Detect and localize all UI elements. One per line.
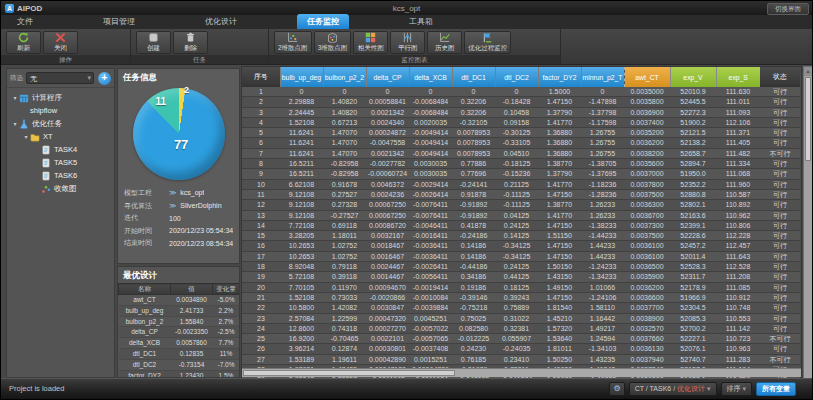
table-row[interactable]: 106.621080.916780.0046372-0.0029414-0.24…: [242, 179, 800, 189]
table-row[interactable]: 1710.26531.027520.0016467-0.00364110.141…: [242, 251, 800, 261]
column-header-序号[interactable]: 序号: [242, 67, 280, 87]
table-row[interactable]: 232.570841.225990.000473200.00452510.750…: [242, 313, 800, 323]
tree-item-TASK4[interactable]: TASK4: [7, 143, 114, 156]
tree-item-收敛图[interactable]: 收敛图: [7, 182, 114, 195]
breadcrumb-button[interactable]: CT / TASK6 / 优化设计 ▾: [629, 382, 717, 396]
variable-name-link[interactable]: dtl_DC2: [119, 359, 171, 370]
tree-item-计算程序[interactable]: ▾计算程序: [7, 91, 114, 104]
table-row[interactable]: 916.5211-0.82958-0.000607240.00300350.77…: [242, 169, 800, 179]
table-row[interactable]: 2516.9200-0.704650.0022101-0.0057065-0.0…: [242, 334, 800, 344]
删除-button[interactable]: 删除: [173, 31, 208, 54]
table-row[interactable]: 147.721080.691180.00086720-0.00464110.41…: [242, 220, 800, 230]
column-header-bulb_up_deg[interactable]: bulb_up_deg: [280, 67, 323, 87]
variable-name-link[interactable]: factor_DY2: [119, 370, 171, 378]
optimal-col-header[interactable]: 名称: [119, 284, 171, 295]
table-row[interactable]: 207.701050.119700.00094670-0.00194140.19…: [242, 282, 800, 292]
optimal-row[interactable]: delta_CP-0.0023350-2.5%: [119, 327, 240, 338]
table-row[interactable]: 1610.26531.027520.0018467-0.00364110.141…: [242, 241, 800, 251]
平行图-button[interactable]: 平行图: [390, 31, 425, 54]
table-row[interactable]: 188.920480.791180.0024467-0.0026411-0.44…: [242, 262, 800, 272]
variable-name-link[interactable]: awt_CT: [119, 295, 171, 306]
table-row[interactable]: 32.244451.408200.0021342-0.00684840.3220…: [242, 107, 800, 117]
tree-item-XT[interactable]: ▾XT: [7, 130, 114, 143]
tab-3[interactable]: 任务监控: [297, 14, 349, 29]
tab-2[interactable]: 优化设计: [195, 14, 247, 29]
vertical-scrollbar[interactable]: ▲ ▼: [803, 66, 813, 391]
tab-1[interactable]: 项目管理: [93, 14, 145, 29]
table-row[interactable]: 129.121080.273280.00067250-0.0076411-0.9…: [242, 200, 800, 210]
column-header-minrun_p2_T[interactable]: minrun_p2_T: [581, 67, 624, 87]
variable-name-link[interactable]: delta_CP: [119, 327, 171, 338]
column-header-exp_S[interactable]: exp_S: [716, 67, 760, 87]
table-row[interactable]: 139.12108-0.275270.00067250-0.0076411-0.…: [242, 210, 800, 220]
table-row[interactable]: 263.962140.128740.00030801-0.00374080.24…: [242, 344, 800, 354]
variable-name-link[interactable]: dtl_DC1: [119, 348, 171, 359]
table-row[interactable]: 2210.58001.420820.0030847-0.0039884-0.75…: [242, 303, 800, 313]
column-header-delta_CP[interactable]: delta_CP: [366, 67, 409, 87]
3维散点图-button[interactable]: 3维散点图: [314, 31, 352, 54]
table-row[interactable]: 10000001.500000.003500052010.9111.630可行: [242, 87, 800, 97]
相关性图-button[interactable]: 相关性图: [353, 31, 388, 54]
table-row[interactable]: 611.62411.47070-0.0047558-0.00494140.007…: [242, 138, 800, 148]
table-row[interactable]: 211.521080.73033-0.0020866-0.0010084-0.3…: [242, 292, 800, 302]
optimal-row[interactable]: bulb_up_deg2.417332.2%: [119, 305, 240, 316]
table-row[interactable]: 153.282051.180110.0032167-0.0016411-0.24…: [242, 231, 800, 241]
variable-name-link[interactable]: bulb_up_deg: [119, 305, 171, 316]
expand-arrow-icon[interactable]: ▾: [11, 120, 19, 127]
optimal-row[interactable]: awt_CT0.0034890-5.0%: [119, 295, 240, 306]
table-row[interactable]: 2412.86000.743180.00027270-0.00570220.08…: [242, 323, 800, 333]
optimal-col-header[interactable]: 变化量: [213, 284, 240, 295]
2维散点图-button[interactable]: 2维散点图: [274, 31, 312, 54]
column-header-delta_XCB[interactable]: delta_XCB: [409, 67, 452, 87]
table-row[interactable]: 511.62411.470700.00024872-0.00494140.007…: [242, 128, 800, 138]
table-row[interactable]: 711.62411.470700.0021342-0.00494140.0078…: [242, 148, 800, 158]
table-row[interactable]: 195.721080.391180.0014467-0.00564110.341…: [242, 272, 800, 282]
column-header-bulbon_p2_2[interactable]: bulbon_p2_2: [323, 67, 366, 87]
刷新-button[interactable]: 刷新: [6, 31, 41, 54]
创建-button[interactable]: 创建: [136, 31, 171, 54]
optimal-row[interactable]: dtl_DC10.1283511%: [119, 348, 240, 359]
optimal-col-header[interactable]: 值: [171, 284, 213, 295]
table-row[interactable]: 41.521080.672130.00243400.0020035-0.3210…: [242, 117, 800, 127]
optimal-row[interactable]: dtl_DC2-0.73154-7.0%: [119, 359, 240, 370]
tree-item-TASK5[interactable]: TASK5: [7, 156, 114, 169]
field-value[interactable]: ≫ kcs_opt: [169, 189, 204, 197]
tab-0[interactable]: 文件: [7, 14, 43, 29]
table-row[interactable]: 22.298881.408200.00058841-0.00684840.322…: [242, 97, 800, 107]
关闭-button[interactable]: 关闭: [43, 31, 78, 54]
table-row[interactable]: 119.121080.275270.0024236-0.00264140.918…: [242, 189, 800, 199]
tree-item-TASK6[interactable]: TASK6: [7, 169, 114, 182]
filter-dropdown[interactable]: 无 ▾: [26, 72, 94, 84]
add-button[interactable]: +: [98, 72, 111, 85]
optimal-row[interactable]: delta_XCB0.00578607.7%: [119, 338, 240, 349]
scrollbar-thumb[interactable]: [243, 370, 455, 376]
优化过程监控-button[interactable]: 优化过程监控: [464, 31, 511, 54]
optimal-row[interactable]: bulbon_p2_21.558402.7%: [119, 316, 240, 327]
tree-item-shipflow[interactable]: shipflow: [7, 104, 114, 117]
all-variables-button[interactable]: 所有变量: [756, 382, 796, 396]
table-row[interactable]: 816.5211-0.82958-0.00277820.00300350.778…: [242, 159, 800, 169]
table-row[interactable]: 271.531891.196110.000428900.00152510.761…: [242, 354, 800, 364]
scroll-up-arrow[interactable]: ▲: [804, 67, 812, 76]
scrollbar-thumb[interactable]: [805, 77, 811, 161]
expand-arrow-icon[interactable]: ▾: [11, 94, 19, 101]
expand-arrow-icon[interactable]: ▾: [22, 133, 30, 140]
variable-name-link[interactable]: bulbon_p2_2: [119, 316, 171, 327]
column-header-exp_V[interactable]: exp_V: [670, 67, 716, 87]
column-header-dtl_DC1[interactable]: dtl_DC1: [452, 67, 495, 87]
settings-button[interactable]: ⚙: [609, 382, 624, 396]
column-header-factor_DY2[interactable]: factor_DY2: [538, 67, 581, 87]
sort-button[interactable]: 排序 ▾: [721, 382, 752, 396]
variable-name-link[interactable]: delta_XCB: [119, 338, 171, 349]
field-value[interactable]: ≫ SilverDolphin: [169, 202, 222, 210]
window-title: kcs_opt: [1, 4, 812, 13]
horizontal-scrollbar[interactable]: [242, 368, 801, 377]
column-header-awt_CT[interactable]: awt_CT: [624, 67, 670, 87]
column-header-dtl_DC2[interactable]: dtl_DC2: [495, 67, 538, 87]
layout-switch-button[interactable]: 切换界面: [767, 3, 809, 15]
optimal-row[interactable]: factor_DY21.234301.5%: [119, 370, 240, 378]
tab-4[interactable]: 工具箱: [399, 14, 443, 29]
column-header-状态[interactable]: 状态: [760, 67, 800, 87]
历史图-button[interactable]: 历史图: [427, 31, 462, 54]
tree-item-优化任务[interactable]: ▾优化任务: [7, 117, 114, 130]
